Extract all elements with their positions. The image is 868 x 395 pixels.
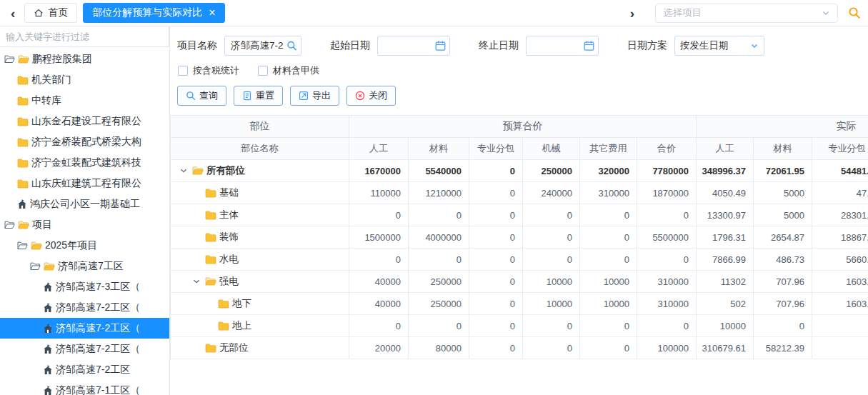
column-header[interactable]: 材料 [754,138,812,160]
tabs-scroll-left-icon[interactable]: ‹ [7,6,19,20]
value-cell: 10000 [580,271,637,293]
global-search-icon[interactable] [848,6,861,19]
part-name: 基础 [219,186,239,199]
part-name-cell[interactable]: 水电 [171,249,349,271]
tree-item[interactable]: 济宁金虹装配式建筑科技 [0,152,169,173]
table-row[interactable]: 地上000000100000 [171,315,868,337]
project-name-search-icon[interactable] [286,41,297,51]
folder-icon [17,116,29,126]
tree-expander-icon[interactable] [4,54,15,64]
tree-item[interactable]: 中转库 [0,90,169,111]
part-name-cell[interactable]: 强电 [171,271,349,293]
table-row[interactable]: 基础1100001210000024000031000018700004050.… [171,182,868,204]
checkbox-icon[interactable] [178,66,188,76]
tree-item[interactable]: 机关部门 [0,69,169,90]
value-cell: 502 [697,293,754,315]
column-header[interactable]: 材料 [409,138,469,160]
tree-item[interactable]: 济邹高速7-2工区 [0,359,169,380]
tree-item[interactable]: 山东金石建设工程有限公 [0,111,169,131]
column-header[interactable]: 专业分包 [469,138,523,160]
value-cell: 18867.9 [812,226,868,249]
query-button[interactable]: 查询 [177,86,226,106]
value-cell [812,337,868,359]
tab-home[interactable]: 首页 [24,3,77,23]
column-header[interactable]: 合价 [637,138,697,160]
table-row[interactable]: 装饰1500000400000000055000001796.312654.87… [171,226,868,249]
tree-item[interactable]: 济邹高速7-2工区（ [0,318,169,339]
table-row[interactable]: 强电400002500000100001000031000011302707.9… [171,271,868,293]
tree-item[interactable]: 济邹高速7-2工区（ [0,297,169,318]
close-button[interactable]: 关闭 [346,86,396,106]
tree-item[interactable]: 济邹高速7-1工区（ [0,380,169,395]
tree-item-label: 济邹高速7-3工区（ [56,281,140,294]
reset-icon [242,91,252,101]
tree-expander-icon[interactable] [4,220,15,229]
value-cell: 250000 [409,271,469,293]
value-cell: 0 [580,249,637,271]
column-header[interactable]: 专业分包 [812,138,868,160]
part-name-cell[interactable]: 地上 [171,315,349,337]
tab-active[interactable]: 部位分解预算与实际对比 × [83,3,224,23]
value-cell: 10000 [523,293,580,315]
query-button-label: 查询 [199,89,218,102]
folder-icon [17,179,29,189]
part-name-cell[interactable]: 装饰 [171,226,349,249]
column-header[interactable]: 人工 [697,138,754,160]
column-header[interactable]: 其它费用 [580,138,637,160]
tree-item[interactable]: 济邹高速7-2工区（ [0,339,169,359]
part-name-cell[interactable]: 所有部位 [171,160,349,182]
tree-item[interactable]: 山东庆虹建筑工程有限公 [0,173,169,194]
tree-item[interactable]: 济邹高速7-3工区（ [0,276,169,297]
tree-item-label: 项目 [32,219,52,231]
export-button[interactable]: 导出 [290,86,339,106]
folder-icon [205,254,216,264]
value-cell: 11302 [697,271,754,293]
date-plan-select[interactable]: 按发生日期 [674,36,764,56]
value-cell: 0 [469,204,523,226]
part-name: 水电 [219,253,239,266]
table-row[interactable]: 地下4000025000001000010000310000502707.961… [171,293,868,315]
row-collapse-icon[interactable] [191,277,202,286]
tabs-scroll-right-icon[interactable]: › [627,6,638,20]
table-row[interactable]: 无部位2000080000000100000310679.6158212.39 [171,337,868,359]
tree-filter-input[interactable] [0,26,169,47]
calendar-icon[interactable] [584,41,594,51]
tree-item[interactable]: 济宁金桥装配式桥梁大构 [0,131,169,152]
table-row[interactable]: 水电0000007866.99486.735660.3 [171,249,868,271]
checkbox-icon[interactable] [258,66,268,76]
tree-item-label: 2025年项目 [45,239,97,252]
close-button-label: 关闭 [369,89,387,102]
tree-item-label: 济邹高速7-2工区 [56,364,130,376]
layout: 鹏程控股集团机关部门中转库山东金石建设工程有限公济宁金桥装配式桥梁大构济宁金虹装… [0,26,868,395]
material-checkbox-label: 材料含甲供 [273,64,319,77]
tree-item[interactable]: 鸿庆公司小区一期基础工 [0,194,169,214]
tree-item[interactable]: 2025年项目 [0,235,169,256]
building-icon [17,199,27,209]
part-name-cell[interactable]: 无部位 [171,337,349,359]
column-header[interactable]: 部位名称 [171,138,349,160]
tree-item[interactable]: 鹏程控股集团 [0,49,169,69]
part-name-cell[interactable]: 地下 [171,293,349,315]
group-header-part: 部位 [171,116,349,138]
tree-item[interactable]: 济邹高速7工区 [0,256,169,276]
column-header[interactable]: 机械 [523,138,580,160]
tab-close-icon[interactable]: × [209,7,215,19]
table-row[interactable]: 所有部位167000055400000250000320000778000034… [171,160,868,182]
value-cell: 4050.49 [697,182,754,204]
project-select[interactable]: 选择项目 [655,4,838,23]
part-name-cell[interactable]: 主体 [171,204,349,226]
tree-expander-icon[interactable] [17,241,28,250]
tree-item[interactable]: 项目 [0,214,169,235]
part-name-cell[interactable]: 基础 [171,182,349,204]
tree-expander-icon[interactable] [30,261,41,271]
reset-button[interactable]: 重置 [234,86,283,106]
material-checkbox[interactable]: 材料含甲供 [258,64,319,77]
tax-checkbox[interactable]: 按含税统计 [178,64,239,77]
table-row[interactable]: 主体00000013300.97500028301.8 [171,204,868,226]
export-icon [299,91,309,101]
value-cell: 0 [349,204,409,226]
column-header[interactable]: 人工 [349,138,409,160]
calendar-icon[interactable] [435,41,446,51]
row-collapse-icon[interactable] [178,166,189,175]
main-panel: 项目名称 起始日期 终止日期 日期方案 按发生日期 [170,26,868,395]
